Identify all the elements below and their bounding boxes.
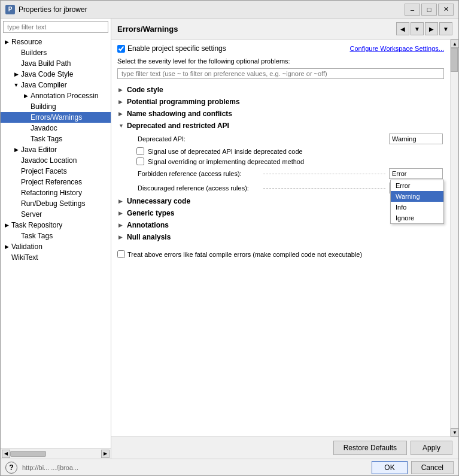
dropdown-option-warning[interactable]: Warning (391, 191, 443, 202)
tree-arrow-refactoring-history (13, 189, 20, 196)
tree-arrow-task-repository (3, 222, 10, 229)
sidebar-item-label: Project References (21, 178, 82, 186)
nav-menu-button[interactable]: ▼ (439, 22, 452, 35)
bottom-button-bar: Restore Defaults Apply (111, 436, 458, 459)
minimize-button[interactable]: – (405, 4, 420, 16)
deprecated-inside-checkbox-row: Signal use of deprecated API inside depr… (127, 146, 444, 156)
footer-bar: ? http://bi... .../jbroa... OK Cancel (1, 459, 458, 475)
sidebar-item-javadoc[interactable]: Javadoc (1, 123, 111, 134)
left-horizontal-scrollbar[interactable]: ◀ ▶ (1, 448, 111, 459)
description-text: Select the severity level for the follow… (117, 57, 444, 65)
deprecated-overriding-label: Signal overriding or implementing deprec… (148, 158, 304, 165)
sidebar-item-label: Refactoring History (21, 189, 82, 197)
tree-arrow-javadoc-location (13, 157, 20, 164)
nav-back-button[interactable]: ◀ (396, 22, 409, 35)
sidebar-item-project-facets[interactable]: Project Facets (1, 166, 111, 177)
forbidden-reference-dropdown-popup: Error Warning Info Ignore (390, 180, 444, 224)
section-label-code-style: Code style (127, 86, 443, 94)
ok-button[interactable]: OK (372, 461, 407, 474)
sidebar-item-label: Java Build Path (21, 59, 71, 68)
deprecated-inside-checkbox[interactable] (136, 147, 144, 155)
sidebar-item-resource[interactable]: Resource (1, 37, 111, 47)
sidebar-item-label: Java Compiler (21, 81, 67, 89)
section-arrow-potential: ▶ (118, 99, 127, 105)
sidebar-item-project-references[interactable]: Project References (1, 177, 111, 187)
sidebar-item-label: Task Repository (11, 221, 62, 229)
footer-url: http://bi... .../jbroa... (22, 464, 78, 471)
sidebar-item-task-tags-root[interactable]: Task Tags (1, 231, 111, 241)
scroll-left-button[interactable]: ◀ (2, 450, 10, 458)
sidebar-item-label: Building (31, 102, 56, 111)
section-arrow-annotations: ▶ (118, 222, 127, 228)
cancel-button[interactable]: Cancel (411, 461, 454, 474)
sidebar-item-annotation-processing[interactable]: Annotation Processin (1, 90, 111, 101)
sidebar-item-validation[interactable]: Validation (1, 241, 111, 252)
maximize-button[interactable]: □ (421, 4, 437, 16)
dropdown-option-info[interactable]: Info (391, 202, 443, 213)
main-window: P Properties for jbrower – □ ✕ Resource … (0, 0, 459, 476)
sidebar-item-errors-warnings[interactable]: Errors/Warnings (1, 112, 111, 123)
dropdown-option-error[interactable]: Error (391, 180, 443, 191)
sidebar-item-server[interactable]: Server (1, 209, 111, 220)
sidebar-item-java-code-style[interactable]: Java Code Style (1, 69, 111, 80)
scroll-right-button[interactable]: ▶ (101, 450, 110, 458)
sidebar-item-builders[interactable]: Builders (1, 47, 111, 58)
configure-workspace-link[interactable]: Configure Workspace Settings... (349, 45, 444, 52)
section-potential-programming[interactable]: ▶ Potential programming problems (117, 96, 444, 108)
deprecated-api-row: Deprecated API: Error Warning Info Ignor… (127, 132, 444, 146)
deprecated-api-content: Deprecated API: Error Warning Info Ignor… (117, 132, 444, 195)
sidebar-item-javadoc-location[interactable]: Javadoc Location (1, 155, 111, 166)
window-icon: P (5, 5, 15, 14)
apply-button[interactable]: Apply (411, 441, 452, 455)
tree-arrow-task-tags (22, 135, 29, 143)
sidebar-item-java-editor[interactable]: Java Editor (1, 144, 111, 155)
section-arrow-unnecessary: ▶ (118, 198, 127, 204)
dropdown-option-ignore[interactable]: Ignore (391, 213, 443, 223)
scroll-thumb[interactable] (10, 451, 46, 457)
window-title: Properties for jbrower (19, 5, 405, 14)
sidebar-item-label: Javadoc Location (21, 156, 77, 165)
section-deprecated-api[interactable]: ▼ Deprecated and restricted API (117, 120, 444, 132)
close-button[interactable]: ✕ (438, 4, 454, 16)
sidebar-item-label: Annotation Processin (31, 92, 98, 100)
sidebar-item-label: Run/Debug Settings (21, 199, 85, 208)
deprecated-api-select[interactable]: Error Warning Info Ignore (389, 134, 443, 144)
deprecated-overriding-checkbox-row: Signal overriding or implementing deprec… (127, 156, 444, 166)
sidebar-item-java-compiler[interactable]: Java Compiler (1, 80, 111, 90)
enable-checkbox[interactable] (117, 45, 125, 53)
enable-label[interactable]: Enable project specific settings (117, 44, 226, 53)
nav-forward-button[interactable]: ▶ (425, 22, 438, 35)
right-filter-input[interactable] (117, 68, 444, 79)
scroll-track[interactable] (451, 48, 458, 428)
sidebar-item-wikitext[interactable]: WikiText (1, 252, 111, 263)
sidebar-item-java-build-path[interactable]: Java Build Path (1, 58, 111, 69)
tree-arrow-annotation-processing (22, 92, 29, 99)
section-null-analysis[interactable]: ▶ Null analysis (117, 231, 444, 243)
sidebar-item-building[interactable]: Building (1, 101, 111, 112)
section-code-style[interactable]: ▶ Code style (117, 84, 444, 96)
scroll-up-button[interactable]: ▲ (451, 40, 458, 48)
tree-area: Resource Builders Java Build Path Java C… (1, 35, 111, 448)
scroll-down-button[interactable]: ▼ (451, 428, 458, 436)
sidebar-item-task-repository[interactable]: Task Repository (1, 220, 111, 231)
left-filter-input[interactable] (3, 21, 108, 33)
right-content-area: Enable project specific settings Configu… (111, 40, 458, 436)
sidebar-item-run-debug-settings[interactable]: Run/Debug Settings (1, 198, 111, 209)
sidebar-item-label: Validation (11, 242, 42, 251)
section-name-shadowing[interactable]: ▶ Name shadowing and conflicts (117, 108, 444, 120)
footer-ok-cancel: OK Cancel (372, 461, 454, 474)
fatal-compile-checkbox[interactable] (117, 250, 125, 258)
restore-defaults-button[interactable]: Restore Defaults (333, 441, 407, 455)
help-button[interactable]: ? (5, 462, 17, 474)
scroll-thumb[interactable] (451, 48, 458, 72)
sidebar-item-refactoring-history[interactable]: Refactoring History (1, 187, 111, 198)
sidebar-item-label: Java Editor (21, 145, 57, 154)
sidebar-item-label: Task Tags (31, 135, 62, 143)
sidebar-item-task-tags[interactable]: Task Tags (1, 134, 111, 144)
section-arrow-deprecated: ▼ (118, 123, 127, 129)
nav-dropdown-button[interactable]: ▼ (411, 22, 424, 35)
sidebar-item-label: Builders (21, 48, 47, 57)
deprecated-overriding-checkbox[interactable] (136, 157, 144, 165)
main-content: Resource Builders Java Build Path Java C… (1, 19, 458, 459)
forbidden-reference-select[interactable]: Error Warning Info Ignore (389, 168, 443, 179)
